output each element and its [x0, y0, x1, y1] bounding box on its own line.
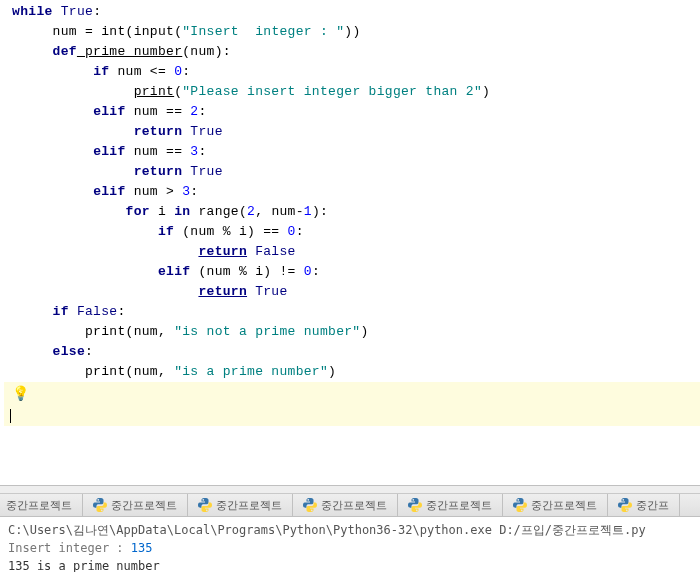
code-editor[interactable]: while True: num = int(input("Insert inte…	[0, 0, 700, 485]
code-line: if False:	[4, 302, 700, 322]
code-line: while True:	[4, 2, 700, 22]
code-line: print("Please insert integer bigger than…	[4, 82, 700, 102]
code-line: def prime_number(num):	[4, 42, 700, 62]
run-tab[interactable]: 중간프로젝트	[188, 494, 293, 516]
console-input-line: Insert integer : 135	[8, 539, 692, 557]
run-tab[interactable]: 중간프로젝트	[0, 494, 83, 516]
code-line: return True	[4, 162, 700, 182]
run-tab-bar: 중간프로젝트 중간프로젝트 중간프로젝트 중간프로젝트 중간프로젝트 중간프로젝…	[0, 493, 700, 517]
run-tab[interactable]: 중간프	[608, 494, 680, 516]
python-icon	[513, 498, 527, 512]
python-icon	[408, 498, 422, 512]
cursor-line[interactable]	[4, 406, 700, 426]
code-line: return False	[4, 242, 700, 262]
run-tab-label: 중간프로젝트	[426, 498, 492, 513]
code-line: elif num == 3:	[4, 142, 700, 162]
code-line: return True	[4, 122, 700, 142]
code-line: elif num == 2:	[4, 102, 700, 122]
run-tab[interactable]: 중간프로젝트	[293, 494, 398, 516]
panel-divider[interactable]	[0, 485, 700, 493]
text-cursor	[10, 409, 11, 423]
code-line: num = int(input("Insert integer : "))	[4, 22, 700, 42]
console-command-line: C:\Users\김나연\AppData\Local\Programs\Pyth…	[8, 521, 692, 539]
run-tab-label: 중간프로젝트	[6, 498, 72, 513]
console-output[interactable]: C:\Users\김나연\AppData\Local\Programs\Pyth…	[0, 517, 700, 572]
run-tab-label: 중간프로젝트	[111, 498, 177, 513]
run-tab-label: 중간프로젝트	[321, 498, 387, 513]
python-icon	[93, 498, 107, 512]
python-icon	[303, 498, 317, 512]
lightbulb-icon[interactable]: 💡	[12, 387, 29, 401]
code-line: else:	[4, 342, 700, 362]
code-line: for i in range(2, num-1):	[4, 202, 700, 222]
code-line: if (num % i) == 0:	[4, 222, 700, 242]
run-tab[interactable]: 중간프로젝트	[83, 494, 188, 516]
console-prompt: Insert integer :	[8, 541, 131, 555]
code-line: if num <= 0:	[4, 62, 700, 82]
run-tab-label: 중간프	[636, 498, 669, 513]
run-tab-label: 중간프로젝트	[531, 498, 597, 513]
intention-bulb-row: 💡	[4, 382, 700, 406]
code-line: elif num > 3:	[4, 182, 700, 202]
python-icon	[198, 498, 212, 512]
code-line: print(num, "is a prime number")	[4, 362, 700, 382]
code-line: elif (num % i) != 0:	[4, 262, 700, 282]
run-tab[interactable]: 중간프로젝트	[503, 494, 608, 516]
code-line: return True	[4, 282, 700, 302]
code-line: print(num, "is not a prime number")	[4, 322, 700, 342]
run-tab[interactable]: 중간프로젝트	[398, 494, 503, 516]
console-output-line: 135 is a prime number	[8, 557, 692, 572]
run-tab-label: 중간프로젝트	[216, 498, 282, 513]
console-user-input: 135	[131, 541, 153, 555]
python-icon	[618, 498, 632, 512]
